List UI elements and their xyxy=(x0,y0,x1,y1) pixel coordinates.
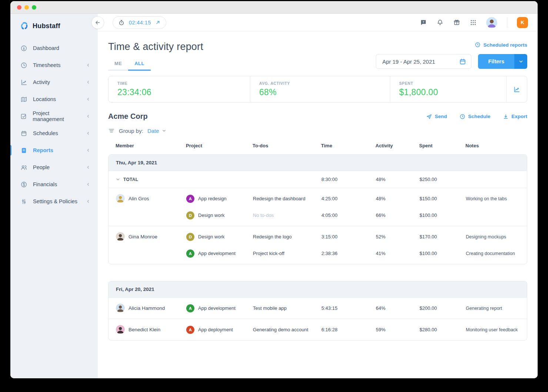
activity-cell: 59% xyxy=(376,327,420,332)
entry-row: AApp deploymentGenerating demo account6:… xyxy=(186,321,527,338)
project-badge: A xyxy=(186,195,194,203)
member-entries: AApp deploymentGenerating demo account6:… xyxy=(186,321,527,338)
chevron-left-icon[interactable] xyxy=(86,97,90,101)
brand-logo-row[interactable]: Hubstaff xyxy=(10,14,98,40)
member-name: Alin Gros xyxy=(128,196,149,201)
chevron-left-icon[interactable] xyxy=(86,80,90,84)
sidebar-item-timesheets[interactable]: Timesheets xyxy=(10,57,98,74)
entry-row: AApp developmentTest mobile app5:43:1564… xyxy=(186,300,527,316)
notifications-bell-icon[interactable] xyxy=(437,19,444,26)
stat-value: 68% xyxy=(259,87,381,97)
col-activity: Activity xyxy=(375,143,419,148)
send-plane-icon xyxy=(426,114,432,120)
project-name: App development xyxy=(198,251,235,256)
spent-cell: $170.00 xyxy=(420,234,466,239)
project-name: App development xyxy=(198,305,235,311)
export-button[interactable]: Export xyxy=(503,114,527,120)
member-avatar-image xyxy=(116,232,125,241)
scheduled-reports-label: Scheduled reports xyxy=(483,42,527,48)
download-icon xyxy=(503,114,509,120)
chevron-left-icon[interactable] xyxy=(86,199,90,204)
project-cell: DDesign work xyxy=(186,233,253,241)
activity-cell: 64% xyxy=(376,305,420,311)
tab-all[interactable]: ALL xyxy=(128,61,150,71)
sidebar-item-financials[interactable]: Financials xyxy=(10,176,98,193)
filters-label[interactable]: Filters xyxy=(478,54,514,69)
back-button[interactable] xyxy=(91,16,104,29)
summary-stats-card: TIME 23:34:06 AVG. ACTIVITY 68% SPENT $1… xyxy=(108,76,527,103)
chevron-left-icon[interactable] xyxy=(86,131,90,135)
workspace-badge[interactable]: K xyxy=(517,17,528,28)
stat-value: $1,800.00 xyxy=(399,87,497,97)
filters-chevron-down-icon[interactable] xyxy=(514,54,527,69)
stat-avg-activity: AVG. ACTIVITY 68% xyxy=(250,76,390,102)
project-cell: AApp development xyxy=(186,249,253,258)
tab-me[interactable]: ME xyxy=(108,61,128,71)
spent-cell: $200.00 xyxy=(420,305,466,311)
send-button[interactable]: Send xyxy=(426,114,447,120)
sidebar-item-people[interactable]: People xyxy=(10,159,98,176)
entry-row: AApp redesignRedesign the dashboard4:25:… xyxy=(186,190,527,207)
day-group-header: Thu, Apr 19, 2021 xyxy=(108,155,527,171)
sidebar-item-activity[interactable]: Activity xyxy=(10,74,98,91)
chevron-left-icon[interactable] xyxy=(86,114,90,118)
sidebar-item-locations[interactable]: Locations xyxy=(10,91,98,108)
project-name: Design work xyxy=(198,212,225,218)
col-member: Member xyxy=(116,143,186,148)
project-cell: AApp deployment xyxy=(186,326,253,334)
close-window-button[interactable] xyxy=(17,5,21,10)
member: Gina Monroe xyxy=(116,232,186,241)
date-range-picker[interactable]: Apr 19 - Apr 25, 2021 xyxy=(376,54,471,69)
filters-button[interactable]: Filters xyxy=(478,54,527,69)
project-name: App redesign xyxy=(198,196,227,201)
sidebar-item-project-management[interactable]: Project management xyxy=(10,108,98,125)
time-cell: 4:25:00 xyxy=(321,196,376,201)
member-row: Benedict KleinAApp deploymentGenerating … xyxy=(108,319,527,340)
sidebar-item-settings-policies[interactable]: Settings & Policies xyxy=(10,193,98,210)
member: Alin Gros xyxy=(116,194,186,203)
clock-icon xyxy=(475,42,481,48)
entry-row: DDesign workNo to-dos4:05:0066%$100.00 xyxy=(186,207,527,224)
minimize-window-button[interactable] xyxy=(24,5,29,10)
spent-cell: $150.00 xyxy=(420,196,466,201)
zoom-window-button[interactable] xyxy=(32,5,36,10)
scheduled-reports-link[interactable]: Scheduled reports xyxy=(475,42,527,48)
chevron-left-icon[interactable] xyxy=(86,165,90,170)
project-badge: A xyxy=(186,249,194,258)
clock-icon xyxy=(460,114,465,120)
schedule-button[interactable]: Schedule xyxy=(460,114,490,120)
sidebar-item-dashboard[interactable]: Dashboard xyxy=(10,40,98,57)
total-spent: $250.00 xyxy=(420,177,466,182)
sidebar-item-schedules[interactable]: Schedules xyxy=(10,125,98,142)
chevron-left-icon[interactable] xyxy=(86,63,90,67)
apps-grid-icon[interactable] xyxy=(470,19,477,26)
chevron-left-icon[interactable] xyxy=(86,148,90,153)
gift-icon[interactable] xyxy=(453,19,460,26)
project-name: App deployment xyxy=(198,327,233,332)
user-avatar[interactable] xyxy=(486,17,497,28)
dollar-icon xyxy=(20,181,27,188)
project-cell: DDesign work xyxy=(186,211,253,220)
member-avatar xyxy=(116,325,125,334)
arrow-up-right-icon[interactable] xyxy=(155,20,161,25)
group-by-selector[interactable]: Date xyxy=(147,128,166,134)
time-cell: 5:43:15 xyxy=(321,305,376,311)
stat-label: AVG. ACTIVITY xyxy=(259,81,381,86)
brand-name: Hubstaff xyxy=(33,22,60,30)
export-label: Export xyxy=(511,114,527,119)
member-row: Alin GrosAApp redesignRedesign the dashb… xyxy=(108,188,527,226)
entry-row: DDesign workRedesign the logo3:15:0052%$… xyxy=(186,228,527,245)
chevron-left-icon[interactable] xyxy=(86,182,90,187)
timer-value: 02:44:15 xyxy=(129,20,151,26)
project-badge: D xyxy=(186,211,194,220)
col-project: Project xyxy=(186,143,253,148)
report-table-groups: Thu, Apr 19, 2021TOTAL8:30:0048%$250.00A… xyxy=(108,154,527,341)
toggle-chart-view-button[interactable] xyxy=(506,76,527,102)
timesheets-icon xyxy=(20,62,27,69)
sidebar-item-reports[interactable]: Reports xyxy=(10,142,98,159)
time-cell: 4:05:00 xyxy=(321,212,376,218)
timer-widget[interactable]: 02:44:15 xyxy=(113,16,166,29)
stat-spent: SPENT $1,800.00 xyxy=(390,76,506,102)
total-collapse-toggle[interactable]: TOTAL xyxy=(116,177,186,182)
help-icon[interactable]: ? xyxy=(420,19,427,26)
